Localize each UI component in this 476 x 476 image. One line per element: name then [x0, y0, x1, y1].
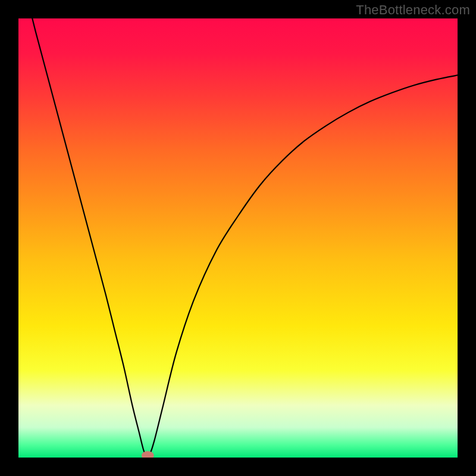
bottleneck-chart: [0, 0, 476, 476]
watermark-label: TheBottleneck.com: [356, 2, 470, 18]
chart-frame: TheBottleneck.com: [0, 0, 476, 476]
plot-background: [18, 18, 458, 458]
